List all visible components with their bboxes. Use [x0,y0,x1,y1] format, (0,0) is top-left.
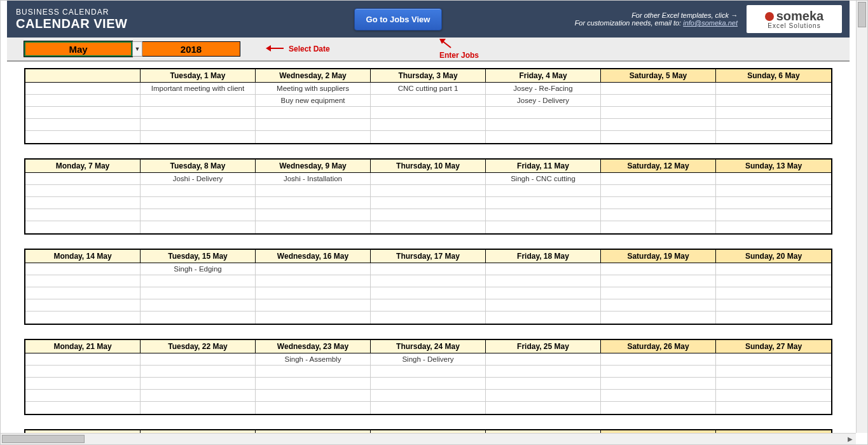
job-cell[interactable] [486,107,601,119]
day-header[interactable]: Friday, 11 May [486,160,601,173]
job-cell[interactable] [25,131,141,143]
job-cell[interactable] [371,312,486,324]
job-cell[interactable] [256,378,371,390]
job-cell[interactable] [716,378,831,390]
job-cell[interactable] [716,402,831,414]
job-cell[interactable] [716,197,831,209]
job-cell[interactable]: Josey - Re-Facing [486,83,601,95]
day-header[interactable]: Sunday, 6 May [716,69,831,83]
job-cell[interactable] [486,299,601,312]
job-cell[interactable] [601,131,716,143]
job-cell[interactable] [371,173,486,185]
job-cell[interactable] [371,131,486,143]
job-cell[interactable] [486,185,601,197]
job-cell[interactable] [486,402,601,414]
day-header[interactable]: Monday, 7 May [25,160,141,173]
job-cell[interactable] [25,185,141,197]
day-header[interactable]: Monday, 21 May [25,340,141,353]
job-cell[interactable] [716,353,831,366]
day-header[interactable]: Tuesday, 22 May [141,340,256,353]
job-cell[interactable]: Meeting with suppliers [256,83,371,95]
day-header[interactable]: Friday, 18 May [486,250,601,263]
job-cell[interactable] [371,378,486,390]
job-cell[interactable] [716,390,831,402]
job-cell[interactable] [486,275,601,287]
job-cell[interactable] [601,390,716,402]
job-cell[interactable] [141,378,256,390]
day-header[interactable]: Thursday, 3 May [371,69,486,83]
job-cell[interactable] [141,390,256,402]
day-header[interactable]: Wednesday, 2 May [256,69,371,83]
job-cell[interactable] [716,95,831,107]
job-cell[interactable] [371,221,486,233]
job-cell[interactable]: Josey - Delivery [486,95,601,107]
job-cell[interactable] [601,221,716,233]
vertical-scrollbar-thumb[interactable] [858,2,866,27]
job-cell[interactable] [371,299,486,312]
day-header[interactable]: Thursday, 10 May [371,160,486,173]
job-cell[interactable] [371,287,486,299]
job-cell[interactable] [141,209,256,221]
job-cell[interactable] [256,402,371,414]
job-cell[interactable] [141,402,256,414]
job-cell[interactable]: Singh - CNC cutting [486,173,601,185]
job-cell[interactable] [371,95,486,107]
job-cell[interactable] [141,95,256,107]
job-cell[interactable] [141,312,256,324]
day-header[interactable]: Wednesday, 9 May [256,160,371,173]
job-cell[interactable] [716,299,831,312]
job-cell[interactable] [716,173,831,185]
go-to-jobs-button[interactable]: Go to Jobs View [354,8,443,31]
job-cell[interactable] [371,366,486,378]
year-cell[interactable]: 2018 [142,41,240,57]
day-header[interactable]: Monday, 14 May [25,250,141,263]
day-header[interactable]: Saturday, 12 May [601,160,716,173]
job-cell[interactable] [25,83,141,95]
job-cell[interactable]: Important meeting with client [141,83,256,95]
day-header[interactable]: Wednesday, 16 May [256,250,371,263]
job-cell[interactable] [601,402,716,414]
job-cell[interactable] [601,95,716,107]
job-cell[interactable]: Singh - Assembly [256,353,371,366]
contact-email-link[interactable]: info@someka.net [683,19,738,27]
job-cell[interactable] [371,107,486,119]
day-header[interactable]: Tuesday, 8 May [141,160,256,173]
job-cell[interactable] [601,107,716,119]
job-cell[interactable]: Singh - Edging [141,263,256,275]
job-cell[interactable] [141,275,256,287]
job-cell[interactable] [371,197,486,209]
job-cell[interactable] [141,287,256,299]
job-cell[interactable] [25,402,141,414]
job-cell[interactable] [25,209,141,221]
job-cell[interactable] [256,119,371,131]
job-cell[interactable] [25,107,141,119]
job-cell[interactable] [486,209,601,221]
job-cell[interactable] [486,366,601,378]
job-cell[interactable] [716,287,831,299]
job-cell[interactable] [141,299,256,312]
job-cell[interactable] [25,287,141,299]
job-cell[interactable] [256,287,371,299]
job-cell[interactable] [256,107,371,119]
job-cell[interactable] [601,287,716,299]
job-cell[interactable] [486,390,601,402]
job-cell[interactable] [256,221,371,233]
job-cell[interactable] [486,197,601,209]
job-cell[interactable] [716,185,831,197]
job-cell[interactable] [716,263,831,275]
horizontal-scrollbar[interactable]: ▶ [1,433,856,444]
job-cell[interactable] [141,107,256,119]
job-cell[interactable] [486,287,601,299]
day-header[interactable]: Saturday, 5 May [601,69,716,83]
job-cell[interactable] [141,353,256,366]
job-cell[interactable] [486,221,601,233]
vertical-scrollbar[interactable] [856,1,867,433]
job-cell[interactable] [25,263,141,275]
day-header[interactable]: Friday, 4 May [486,69,601,83]
job-cell[interactable] [371,402,486,414]
job-cell[interactable] [141,221,256,233]
job-cell[interactable] [716,119,831,131]
job-cell[interactable] [141,185,256,197]
day-header[interactable]: Saturday, 19 May [601,250,716,263]
horizontal-scrollbar-thumb[interactable] [2,435,85,443]
